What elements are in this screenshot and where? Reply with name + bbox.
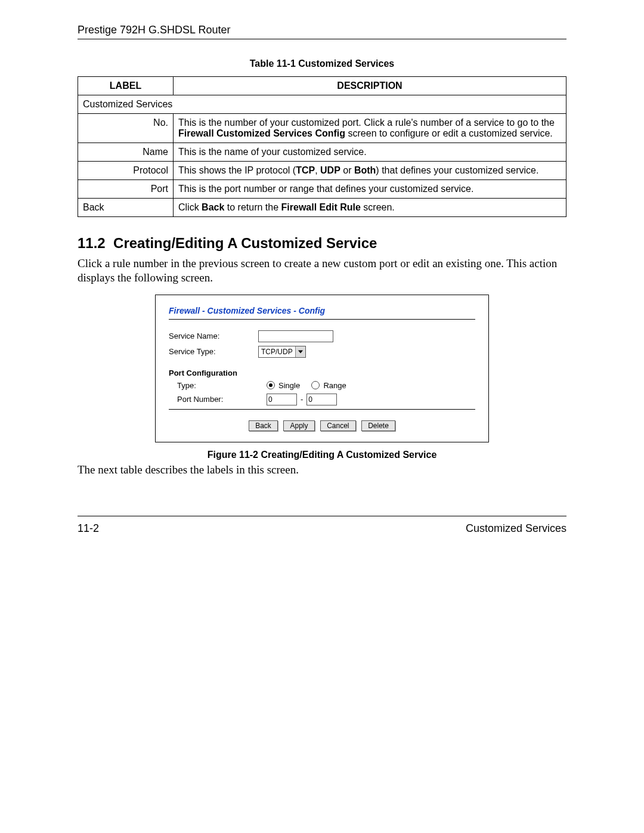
config-screenshot: Firewall - Customized Services - Config …	[155, 295, 489, 442]
radio-single[interactable]	[267, 381, 275, 389]
port-to-input[interactable]	[306, 394, 337, 405]
service-name-label: Service Name:	[169, 332, 258, 340]
service-type-value: TCP/UDP	[259, 346, 295, 357]
row-desc: This shows the IP protocol (TCP, UDP or …	[174, 162, 566, 180]
footer-page-number: 11-2	[78, 522, 99, 535]
row-label: Name	[78, 143, 174, 162]
doc-header-title: Prestige 792H G.SHDSL Router	[78, 24, 566, 39]
cancel-button[interactable]: Cancel	[320, 420, 355, 431]
breadcrumb: Firewall - Customized Services - Config	[169, 306, 475, 315]
header-rule	[78, 39, 566, 39]
port-range-sep: -	[301, 395, 303, 404]
table-row: ProtocolThis shows the IP protocol (TCP,…	[78, 162, 566, 180]
row-label: Port	[78, 180, 174, 199]
apply-button[interactable]: Apply	[283, 420, 314, 431]
row-desc: Click Back to return the Firewall Edit R…	[174, 199, 566, 217]
service-name-input[interactable]	[258, 330, 333, 342]
row-desc: This is the port number or range that de…	[174, 180, 566, 199]
section-title: Creating/Editing A Customized Service	[113, 235, 377, 251]
service-type-label: Service Type:	[169, 347, 258, 356]
svg-marker-0	[298, 350, 303, 353]
row-label: Customized Services	[78, 95, 566, 114]
chevron-down-icon	[295, 346, 305, 357]
back-button[interactable]: Back	[249, 420, 278, 431]
table-row: No.This is the number of your customized…	[78, 114, 566, 143]
port-number-label: Port Number:	[169, 395, 267, 404]
radio-range-label: Range	[323, 381, 346, 390]
delete-button[interactable]: Delete	[361, 420, 395, 431]
row-label: Back	[78, 199, 174, 217]
col-label: LABEL	[78, 77, 174, 95]
row-desc: This is the number of your customized po…	[174, 114, 566, 143]
port-config-header: Port Configuration	[169, 368, 475, 377]
table-row: PortThis is the port number or range tha…	[78, 180, 566, 199]
row-label: No.	[78, 114, 174, 143]
customized-services-table: LABEL DESCRIPTION Customized ServicesNo.…	[78, 76, 566, 217]
table-row: Customized Services	[78, 95, 566, 114]
col-description: DESCRIPTION	[174, 77, 566, 95]
footer-section-name: Customized Services	[466, 522, 566, 535]
service-type-select[interactable]: TCP/UDP	[258, 346, 306, 358]
section-heading: 11.2 Creating/Editing A Customized Servi…	[78, 235, 566, 252]
table-row: BackClick Back to return the Firewall Ed…	[78, 199, 566, 217]
table-row: NameThis is the name of your customized …	[78, 143, 566, 162]
footer-rule	[78, 516, 566, 516]
port-type-label: Type:	[169, 381, 267, 390]
section-number: 11.2	[78, 235, 106, 251]
row-desc: This is the name of your customized serv…	[174, 143, 566, 162]
section-intro: Click a rule number in the previous scre…	[78, 256, 566, 285]
section-outro: The next table describes the labels in t…	[78, 463, 566, 477]
table-caption: Table 11-1 Customized Services	[78, 58, 566, 69]
radio-range[interactable]	[311, 381, 320, 389]
port-from-input[interactable]	[267, 394, 297, 405]
figure-caption: Figure 11-2 Creating/Editing A Customize…	[78, 450, 566, 460]
row-label: Protocol	[78, 162, 174, 180]
radio-single-label: Single	[278, 381, 300, 390]
